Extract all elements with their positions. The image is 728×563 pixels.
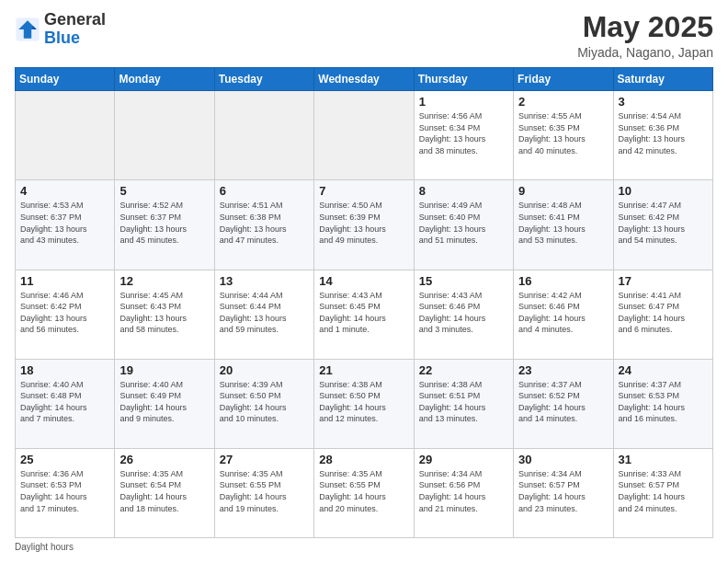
day-number: 13 xyxy=(220,274,309,288)
day-info: Sunrise: 4:41 AM Sunset: 6:47 PM Dayligh… xyxy=(619,290,708,336)
week-row-1: 1Sunrise: 4:56 AM Sunset: 6:34 PM Daylig… xyxy=(16,91,713,180)
calendar-cell-w4-d2: 20Sunrise: 4:39 AM Sunset: 6:50 PM Dayli… xyxy=(214,359,313,448)
calendar-cell-w2-d1: 5Sunrise: 4:52 AM Sunset: 6:37 PM Daylig… xyxy=(115,180,214,270)
calendar-cell-w5-d0: 25Sunrise: 4:36 AM Sunset: 6:53 PM Dayli… xyxy=(16,448,115,537)
day-info: Sunrise: 4:37 AM Sunset: 6:53 PM Dayligh… xyxy=(619,379,708,425)
week-row-5: 25Sunrise: 4:36 AM Sunset: 6:53 PM Dayli… xyxy=(16,448,713,537)
location: Miyada, Nagano, Japan xyxy=(577,45,713,60)
calendar-cell-w3-d5: 16Sunrise: 4:42 AM Sunset: 6:46 PM Dayli… xyxy=(514,270,613,359)
calendar-cell-w1-d2 xyxy=(214,91,313,180)
col-sunday: Sunday xyxy=(16,68,115,91)
day-number: 21 xyxy=(319,363,408,377)
day-number: 25 xyxy=(20,453,109,466)
calendar-cell-w2-d2: 6Sunrise: 4:51 AM Sunset: 6:38 PM Daylig… xyxy=(214,180,313,270)
day-info: Sunrise: 4:49 AM Sunset: 6:40 PM Dayligh… xyxy=(419,200,508,246)
calendar-cell-w2-d0: 4Sunrise: 4:53 AM Sunset: 6:37 PM Daylig… xyxy=(16,180,115,270)
day-number: 23 xyxy=(518,363,608,377)
day-number: 14 xyxy=(319,274,408,288)
day-number: 10 xyxy=(619,184,708,198)
day-number: 16 xyxy=(518,274,608,288)
day-number: 3 xyxy=(619,95,708,109)
col-saturday: Saturday xyxy=(613,68,712,91)
calendar-cell-w3-d1: 12Sunrise: 4:45 AM Sunset: 6:43 PM Dayli… xyxy=(115,270,214,359)
day-number: 31 xyxy=(619,453,708,466)
week-row-4: 18Sunrise: 4:40 AM Sunset: 6:48 PM Dayli… xyxy=(16,359,713,448)
col-thursday: Thursday xyxy=(414,68,513,91)
day-info: Sunrise: 4:52 AM Sunset: 6:37 PM Dayligh… xyxy=(119,200,209,246)
title-block: May 2025 Miyada, Nagano, Japan xyxy=(577,11,713,60)
calendar-cell-w3-d6: 17Sunrise: 4:41 AM Sunset: 6:47 PM Dayli… xyxy=(613,270,712,359)
calendar-cell-w4-d3: 21Sunrise: 4:38 AM Sunset: 6:50 PM Dayli… xyxy=(314,359,414,448)
col-friday: Friday xyxy=(514,68,613,91)
logo-line2: Blue xyxy=(44,29,106,48)
week-row-3: 11Sunrise: 4:46 AM Sunset: 6:42 PM Dayli… xyxy=(16,270,713,359)
calendar-cell-w3-d3: 14Sunrise: 4:43 AM Sunset: 6:45 PM Dayli… xyxy=(314,270,414,359)
day-info: Sunrise: 4:46 AM Sunset: 6:42 PM Dayligh… xyxy=(20,290,109,336)
day-number: 24 xyxy=(619,363,708,377)
day-info: Sunrise: 4:42 AM Sunset: 6:46 PM Dayligh… xyxy=(518,290,608,336)
month-title: May 2025 xyxy=(577,11,713,43)
page-container: General Blue May 2025 Miyada, Nagano, Ja… xyxy=(0,0,728,563)
day-number: 29 xyxy=(419,453,508,466)
day-number: 4 xyxy=(20,184,109,198)
day-number: 28 xyxy=(319,453,408,466)
daylight-hours-label: Daylight hours xyxy=(15,542,74,552)
logo: General Blue xyxy=(15,11,106,48)
day-number: 11 xyxy=(20,274,109,288)
day-info: Sunrise: 4:35 AM Sunset: 6:55 PM Dayligh… xyxy=(319,468,408,514)
day-info: Sunrise: 4:39 AM Sunset: 6:50 PM Dayligh… xyxy=(220,379,309,425)
logo-line1: General xyxy=(44,11,106,29)
day-info: Sunrise: 4:43 AM Sunset: 6:45 PM Dayligh… xyxy=(319,290,408,336)
day-info: Sunrise: 4:35 AM Sunset: 6:54 PM Dayligh… xyxy=(119,468,209,514)
calendar-cell-w5-d2: 27Sunrise: 4:35 AM Sunset: 6:55 PM Dayli… xyxy=(214,448,313,537)
calendar-cell-w2-d4: 8Sunrise: 4:49 AM Sunset: 6:40 PM Daylig… xyxy=(414,180,513,270)
calendar-cell-w3-d2: 13Sunrise: 4:44 AM Sunset: 6:44 PM Dayli… xyxy=(214,270,313,359)
day-info: Sunrise: 4:34 AM Sunset: 6:56 PM Dayligh… xyxy=(419,468,508,514)
day-info: Sunrise: 4:33 AM Sunset: 6:57 PM Dayligh… xyxy=(619,468,708,514)
calendar-cell-w1-d6: 3Sunrise: 4:54 AM Sunset: 6:36 PM Daylig… xyxy=(613,91,712,180)
calendar-cell-w4-d4: 22Sunrise: 4:38 AM Sunset: 6:51 PM Dayli… xyxy=(414,359,513,448)
col-monday: Monday xyxy=(115,68,214,91)
calendar-cell-w4-d1: 19Sunrise: 4:40 AM Sunset: 6:49 PM Dayli… xyxy=(115,359,214,448)
calendar-cell-w1-d0 xyxy=(16,91,115,180)
day-info: Sunrise: 4:40 AM Sunset: 6:49 PM Dayligh… xyxy=(119,379,209,425)
calendar-cell-w5-d6: 31Sunrise: 4:33 AM Sunset: 6:57 PM Dayli… xyxy=(613,448,712,537)
calendar-cell-w5-d5: 30Sunrise: 4:34 AM Sunset: 6:57 PM Dayli… xyxy=(514,448,613,537)
day-number: 20 xyxy=(220,363,309,377)
day-number: 8 xyxy=(419,184,508,198)
day-info: Sunrise: 4:54 AM Sunset: 6:36 PM Dayligh… xyxy=(619,110,708,156)
calendar-cell-w2-d5: 9Sunrise: 4:48 AM Sunset: 6:41 PM Daylig… xyxy=(514,180,613,270)
day-info: Sunrise: 4:40 AM Sunset: 6:48 PM Dayligh… xyxy=(20,379,109,425)
calendar-table: Sunday Monday Tuesday Wednesday Thursday… xyxy=(15,67,713,538)
page-header: General Blue May 2025 Miyada, Nagano, Ja… xyxy=(15,11,713,60)
week-row-2: 4Sunrise: 4:53 AM Sunset: 6:37 PM Daylig… xyxy=(16,180,713,270)
day-number: 12 xyxy=(119,274,209,288)
calendar-cell-w3-d4: 15Sunrise: 4:43 AM Sunset: 6:46 PM Dayli… xyxy=(414,270,513,359)
day-info: Sunrise: 4:34 AM Sunset: 6:57 PM Dayligh… xyxy=(518,468,608,514)
day-info: Sunrise: 4:44 AM Sunset: 6:44 PM Dayligh… xyxy=(220,290,309,336)
calendar-cell-w3-d0: 11Sunrise: 4:46 AM Sunset: 6:42 PM Dayli… xyxy=(16,270,115,359)
day-number: 17 xyxy=(619,274,708,288)
calendar-cell-w4-d0: 18Sunrise: 4:40 AM Sunset: 6:48 PM Dayli… xyxy=(16,359,115,448)
day-number: 6 xyxy=(220,184,309,198)
day-number: 19 xyxy=(119,363,209,377)
day-number: 5 xyxy=(119,184,209,198)
calendar-cell-w1-d4: 1Sunrise: 4:56 AM Sunset: 6:34 PM Daylig… xyxy=(414,91,513,180)
calendar-cell-w1-d1 xyxy=(115,91,214,180)
day-info: Sunrise: 4:38 AM Sunset: 6:50 PM Dayligh… xyxy=(319,379,408,425)
day-info: Sunrise: 4:38 AM Sunset: 6:51 PM Dayligh… xyxy=(419,379,508,425)
day-info: Sunrise: 4:43 AM Sunset: 6:46 PM Dayligh… xyxy=(419,290,508,336)
calendar-cell-w2-d3: 7Sunrise: 4:50 AM Sunset: 6:39 PM Daylig… xyxy=(314,180,414,270)
calendar-cell-w4-d6: 24Sunrise: 4:37 AM Sunset: 6:53 PM Dayli… xyxy=(613,359,712,448)
col-tuesday: Tuesday xyxy=(214,68,313,91)
day-number: 27 xyxy=(220,453,309,466)
calendar-cell-w1-d5: 2Sunrise: 4:55 AM Sunset: 6:35 PM Daylig… xyxy=(514,91,613,180)
calendar-cell-w1-d3 xyxy=(314,91,414,180)
footer-note: Daylight hours xyxy=(15,542,713,552)
day-info: Sunrise: 4:36 AM Sunset: 6:53 PM Dayligh… xyxy=(20,468,109,514)
logo-icon xyxy=(15,17,40,42)
day-info: Sunrise: 4:37 AM Sunset: 6:52 PM Dayligh… xyxy=(518,379,608,425)
day-number: 30 xyxy=(518,453,608,466)
day-number: 26 xyxy=(119,453,209,466)
day-number: 15 xyxy=(419,274,508,288)
